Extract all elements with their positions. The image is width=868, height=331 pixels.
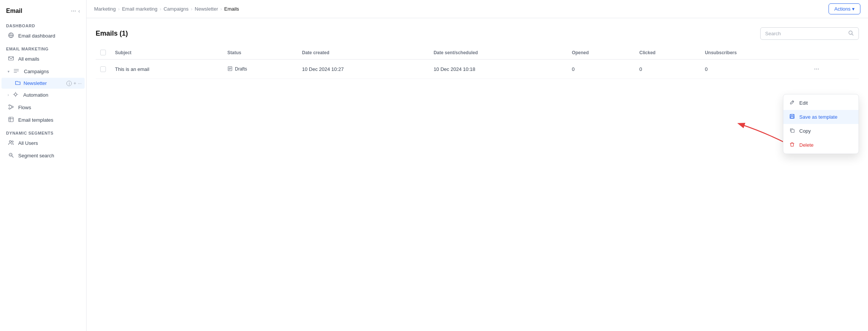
sidebar-item-email-dashboard[interactable]: Email dashboard (2, 30, 85, 42)
sidebar-item-all-users[interactable]: All Users (2, 137, 85, 149)
col-status: Status (223, 46, 298, 60)
svg-point-6 (9, 108, 10, 109)
svg-rect-7 (9, 117, 13, 122)
save-template-icon (789, 114, 796, 120)
breadcrumb-newsletter[interactable]: Newsletter (195, 6, 218, 12)
col-unsubscribers: Unsubscribers (700, 46, 807, 60)
col-date-created: Date created (298, 46, 429, 60)
sidebar-header: Email ··· ‹ (0, 6, 86, 19)
sidebar-item-automation[interactable]: › Automation (2, 89, 85, 101)
dropdown-save-template-label: Save as template (799, 114, 837, 120)
svg-line-11 (12, 156, 13, 157)
breadcrumb-sep-4: › (221, 6, 222, 12)
svg-line-14 (852, 34, 854, 36)
sidebar-item-campaigns[interactable]: ▾ Campaigns (2, 65, 85, 78)
draft-icon (227, 66, 233, 72)
chevron-down-icon: ▾ (8, 69, 9, 74)
chevron-down-icon: ▾ (852, 6, 855, 12)
automation-icon (13, 91, 19, 99)
search-input[interactable] (765, 31, 845, 36)
sidebar-item-label: Automation (23, 92, 48, 98)
emails-table: Subject Status Date created Date sent/sc… (96, 46, 859, 79)
sidebar-item-label: Email templates (18, 117, 53, 123)
templates-icon (8, 116, 14, 124)
svg-point-9 (12, 141, 13, 143)
dropdown-item-copy[interactable]: Copy (783, 124, 859, 138)
content-area: Emails (1) Subject Status Date created D… (87, 18, 868, 331)
envelope-icon (8, 55, 14, 63)
info-icon[interactable]: i (66, 81, 72, 86)
svg-rect-18 (791, 116, 794, 118)
sidebar-item-label: Segment search (18, 153, 54, 158)
sidebar-title: Email (6, 8, 22, 14)
row-checkbox-cell (96, 60, 110, 79)
col-opened: Opened (567, 46, 635, 60)
row-more-cell: ··· (807, 60, 859, 79)
row-clicked: 0 (635, 60, 700, 79)
dropdown-delete-label: Delete (799, 142, 814, 148)
dropdown-item-save-as-template[interactable]: Save as template (783, 110, 859, 124)
search-icon (848, 30, 854, 37)
select-all-checkbox[interactable] (100, 50, 106, 55)
sidebar-item-label: Flows (18, 105, 31, 110)
more-icon[interactable]: ··· (71, 8, 76, 14)
top-nav: Marketing › Email marketing › Campaigns … (87, 0, 868, 18)
row-unsubscribers: 0 (700, 60, 807, 79)
sidebar-item-label: Email dashboard (18, 33, 55, 39)
breadcrumb-email-marketing[interactable]: Email marketing (122, 6, 157, 12)
actions-label: Actions (834, 6, 851, 12)
edit-icon (789, 100, 796, 106)
campaigns-icon (13, 68, 20, 75)
breadcrumb: Marketing › Email marketing › Campaigns … (94, 6, 239, 12)
sidebar-item-label: All emails (18, 56, 39, 62)
search-box[interactable] (760, 27, 859, 40)
sidebar-header-icons: ··· ‹ (71, 8, 80, 14)
sidebar-item-email-templates[interactable]: Email templates (2, 114, 85, 126)
sidebar-item-label: Campaigns (24, 69, 49, 74)
breadcrumb-sep-3: › (191, 6, 192, 12)
collapse-icon[interactable]: ‹ (78, 8, 80, 14)
actions-button[interactable]: Actions ▾ (829, 3, 860, 14)
row-date-sent: 10 Dec 2024 10:18 (429, 60, 567, 79)
chevron-right-icon: › (8, 93, 9, 97)
breadcrumb-marketing[interactable]: Marketing (94, 6, 116, 12)
globe-icon (8, 32, 14, 39)
row-more-button[interactable]: ··· (811, 64, 822, 74)
row-status: Drafts (223, 60, 298, 79)
svg-rect-19 (791, 130, 794, 133)
flows-icon (8, 104, 14, 111)
row-checkbox[interactable] (100, 66, 106, 72)
svg-rect-17 (791, 115, 793, 116)
folder-icon (15, 80, 20, 86)
sidebar-item-all-emails[interactable]: All emails (2, 53, 85, 65)
dropdown-copy-label: Copy (799, 128, 811, 134)
breadcrumb-current: Emails (224, 6, 239, 12)
newsletter-label: Newsletter (24, 80, 66, 86)
segment-search-icon (8, 152, 14, 159)
main-content: Marketing › Email marketing › Campaigns … (87, 0, 868, 331)
sidebar-item-segment-search[interactable]: Segment search (2, 149, 85, 162)
breadcrumb-sep-2: › (160, 6, 161, 12)
page-title: Emails (1) (96, 30, 128, 38)
breadcrumb-campaigns[interactable]: Campaigns (164, 6, 189, 12)
row-date-created: 10 Dec 2024 10:27 (298, 60, 429, 79)
sidebar-item-flows[interactable]: Flows (2, 101, 85, 114)
dropdown-edit-label: Edit (799, 100, 808, 106)
newsletter-actions: i + ··· (66, 80, 82, 86)
dropdown-item-edit[interactable]: Edit (783, 96, 859, 110)
status-label: Drafts (235, 66, 247, 72)
dashboard-section-label: Dashboard (0, 19, 86, 30)
dropdown-item-delete[interactable]: Delete (783, 138, 859, 152)
breadcrumb-sep-1: › (118, 6, 120, 12)
row-subject: This is an email (110, 60, 223, 79)
svg-point-8 (9, 141, 11, 143)
sidebar: Email ··· ‹ Dashboard Email dashboard Em… (0, 0, 87, 331)
col-date-sent: Date sent/scheduled (429, 46, 567, 60)
svg-point-12 (10, 154, 11, 155)
add-icon[interactable]: + (73, 80, 76, 86)
col-actions (807, 46, 859, 60)
sidebar-item-newsletter[interactable]: Newsletter i + ··· (2, 78, 85, 89)
delete-icon (789, 142, 796, 148)
context-dropdown-menu: Edit Save as template Copy Delete (783, 94, 859, 154)
more-icon[interactable]: ··· (78, 81, 82, 86)
